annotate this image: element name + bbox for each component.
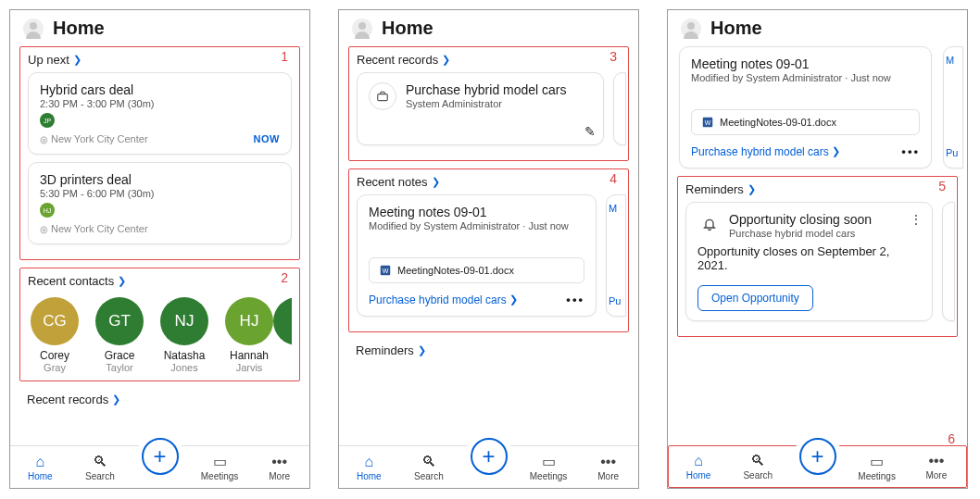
chevron-right-icon: ❯ [432, 176, 440, 188]
notes-header[interactable]: Recent notes ❯ [357, 175, 621, 189]
tab-search[interactable]: 🔍︎Search [399, 454, 459, 481]
content-scroll[interactable]: 1 Up next ❯ Hybrid cars deal 2:30 PM - 3… [10, 46, 309, 440]
contacts-row[interactable]: CG Corey Gray GT Grace Taylor NJ Natasha… [28, 293, 292, 373]
tab-meetings[interactable]: ▭Meetings [848, 453, 907, 481]
record-title: Purchase hybrid model cars [406, 82, 567, 97]
upnext-header[interactable]: Up next ❯ [28, 53, 292, 67]
reminder-card[interactable]: ⋮ Opportunity closing soon Purchase hybr… [685, 202, 933, 321]
phone-screen-3: Home Meeting notes 09-01 Modified by Sys… [667, 9, 968, 489]
event-time: 5:30 PM - 6:00 PM (30m) [40, 188, 280, 199]
annotation-number: 2 [281, 270, 288, 285]
calendar-icon: ▭ [542, 453, 556, 470]
chevron-right-icon: ❯ [73, 54, 82, 66]
page-title: Home [710, 18, 762, 39]
contact-avatar: CG [31, 297, 79, 345]
tab-search[interactable]: 🔍︎Search [728, 453, 787, 480]
reminders-header[interactable]: Reminders ❯ [348, 340, 629, 361]
tab-home[interactable]: ⌂Home [10, 454, 70, 481]
bell-icon [697, 212, 722, 236]
note-card[interactable]: Meeting notes 09-01 Modified by System A… [679, 46, 932, 168]
recent-records-header[interactable]: Recent records ❯ [19, 389, 300, 410]
user-avatar[interactable] [23, 19, 44, 39]
home-icon: ⌂ [694, 453, 703, 469]
search-icon: 🔍︎ [93, 454, 107, 470]
note-card[interactable]: Meeting notes 09-01 Modified by System A… [357, 194, 597, 317]
search-icon: 🔍︎ [421, 454, 436, 470]
records-header[interactable]: Recent records ❯ [357, 53, 621, 67]
tab-home[interactable]: ⌂Home [339, 454, 399, 481]
more-menu-icon[interactable]: ••• [566, 293, 584, 306]
tab-home[interactable]: ⌂Home [669, 453, 728, 480]
record-card[interactable]: Purchase hybrid model cars System Admini… [357, 72, 604, 145]
contact-item[interactable]: CG Corey Gray [28, 297, 82, 373]
user-avatar[interactable] [681, 19, 701, 39]
chevron-right-icon: ❯ [832, 145, 840, 157]
now-badge: NOW [254, 133, 280, 144]
contact-avatar: HJ [225, 297, 273, 345]
note-title: Meeting notes 09-01 [369, 205, 584, 219]
chevron-right-icon: ❯ [748, 183, 756, 195]
annotation-number: 6 [948, 431, 955, 446]
tab-meetings[interactable]: ▭Meetings [519, 453, 579, 481]
annotation-box-3: 3 Recent records ❯ Purchase hybrid model… [348, 46, 629, 161]
svg-text:W: W [383, 268, 389, 274]
event-time: 2:30 PM - 3:00 PM (30m) [40, 98, 280, 109]
contact-item[interactable]: J Jo P [287, 297, 292, 373]
attendee-avatar: JP [40, 113, 55, 128]
page-title: Home [53, 18, 105, 39]
tab-more[interactable]: •••More [907, 453, 966, 480]
add-button[interactable]: + [142, 438, 179, 475]
location-pin-icon: ◎ [40, 224, 48, 234]
peek-card[interactable] [613, 72, 626, 145]
tab-more[interactable]: •••More [249, 454, 309, 481]
annotation-number: 5 [938, 179, 946, 193]
event-card[interactable]: 3D printers deal 5:30 PM - 6:00 PM (30m)… [28, 162, 292, 244]
regarding-link[interactable]: Purchase hybrid model cars❯ [369, 293, 518, 306]
reminders-header[interactable]: Reminders ❯ [685, 182, 949, 196]
event-title: Hybrid cars deal [40, 82, 280, 97]
note-sub: Modified by System Administrator · Just … [369, 220, 584, 231]
contacts-header[interactable]: Recent contacts ❯ [28, 274, 292, 288]
header: Home [10, 10, 309, 46]
contact-item[interactable]: NJ Natasha Jones [157, 297, 211, 373]
page-title: Home [382, 18, 433, 39]
tab-search[interactable]: 🔍︎Search [70, 454, 131, 481]
tab-more[interactable]: •••More [578, 454, 638, 481]
add-button[interactable]: + [471, 438, 508, 475]
calendar-icon: ▭ [870, 453, 884, 470]
record-sub: System Administrator [406, 98, 567, 109]
annotation-box-5: 5 Reminders ❯ ⋮ Opportunity closing soon… [677, 176, 958, 337]
peek-card[interactable]: M Pu [606, 194, 626, 317]
home-icon: ⌂ [364, 454, 373, 470]
contact-item[interactable]: HJ Hannah Jarvis [222, 297, 276, 373]
open-opportunity-button[interactable]: Open Opportunity [697, 285, 813, 311]
file-attachment[interactable]: W MeetingNotes-09-01.docx [691, 109, 920, 135]
more-menu-icon[interactable]: ••• [901, 144, 920, 158]
kebab-menu-icon[interactable]: ⋮ [910, 212, 923, 227]
chevron-right-icon: ❯ [442, 54, 450, 66]
word-doc-icon: W [701, 116, 714, 129]
chevron-right-icon: ❯ [118, 275, 126, 287]
contact-item[interactable]: GT Grace Taylor [93, 297, 146, 373]
peek-card[interactable] [942, 202, 955, 321]
phone-screen-1: Home 1 Up next ❯ Hybrid cars deal 2:30 P… [9, 9, 310, 489]
calendar-icon: ▭ [213, 453, 227, 470]
file-attachment[interactable]: W MeetingNotes-09-01.docx [369, 257, 584, 283]
content-scroll[interactable]: Meeting notes 09-01 Modified by System A… [668, 46, 967, 440]
briefcase-icon [369, 82, 396, 110]
header: Home [339, 10, 638, 46]
search-icon: 🔍︎ [750, 453, 765, 469]
event-card[interactable]: Hybrid cars deal 2:30 PM - 3:00 PM (30m)… [28, 72, 292, 155]
home-icon: ⌂ [35, 454, 44, 470]
annotation-number: 1 [281, 49, 288, 64]
add-button[interactable]: + [799, 438, 836, 475]
peek-card[interactable]: M Pu [943, 46, 963, 168]
phone-screen-2: Home 3 Recent records ❯ Purchase hybrid … [338, 9, 639, 489]
content-scroll[interactable]: 3 Recent records ❯ Purchase hybrid model… [339, 46, 638, 440]
user-avatar[interactable] [352, 19, 372, 39]
tab-meetings[interactable]: ▭Meetings [190, 453, 250, 481]
event-location: ◎New York City Center [40, 223, 148, 234]
edit-icon[interactable]: ✎ [584, 124, 596, 139]
regarding-link[interactable]: Purchase hybrid model cars❯ [691, 145, 840, 158]
annotation-box-4: 4 Recent notes ❯ Meeting notes 09-01 Mod… [348, 168, 629, 332]
